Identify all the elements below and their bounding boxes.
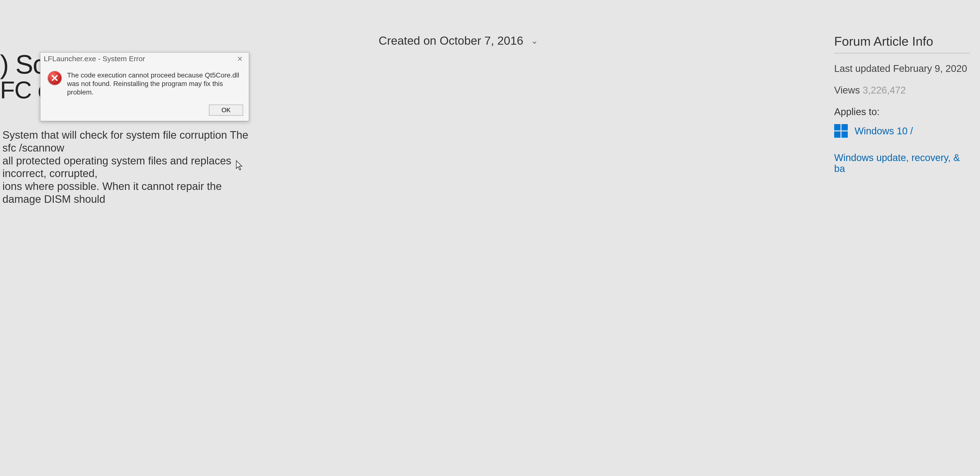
created-on-row[interactable]: Created on October 7, 2016 ⌄: [0, 34, 966, 48]
last-updated-value: February 9, 2020: [893, 63, 967, 74]
sidebar-info: Forum Article Info Last updated February…: [834, 34, 970, 174]
body-line: ions where possible. When it cannot repa…: [2, 180, 258, 206]
body-line: System that will check for system file c…: [2, 129, 258, 154]
dialog-content: The code execution cannot proceed becaus…: [40, 65, 249, 102]
applies-to-label: Applies to:: [834, 106, 970, 117]
views-label: Views: [834, 85, 860, 95]
system-error-dialog: LFLauncher.exe - System Error The code e…: [40, 52, 249, 121]
views-row: Views 3,226,472: [834, 85, 970, 96]
dialog-button-row: OK: [40, 102, 249, 121]
sidebar-heading: Forum Article Info: [834, 34, 970, 54]
close-button[interactable]: [234, 54, 245, 63]
windows-logo-icon: [834, 124, 848, 138]
created-on-label: Created on October 7, 2016: [379, 34, 523, 47]
close-icon: [237, 56, 242, 61]
windows-update-link[interactable]: Windows update, recovery, & ba: [834, 152, 960, 174]
applies-windows-row[interactable]: Windows 10 /: [834, 124, 970, 138]
last-updated-label: Last updated: [834, 63, 890, 74]
article-body-fragment: System that will check for system file c…: [2, 129, 258, 206]
windows-link[interactable]: Windows 10 /: [854, 125, 913, 136]
error-icon: [48, 71, 62, 85]
views-value: 3,226,472: [862, 85, 906, 95]
ok-button[interactable]: OK: [209, 105, 243, 116]
dialog-message: The code execution cannot proceed becaus…: [67, 71, 242, 97]
body-line: all protected operating system files and…: [2, 154, 258, 180]
dialog-title: LFLauncher.exe - System Error: [44, 55, 145, 63]
chevron-down-icon: ⌄: [531, 36, 538, 46]
last-updated-row: Last updated February 9, 2020: [834, 63, 970, 74]
dialog-titlebar[interactable]: LFLauncher.exe - System Error: [40, 52, 249, 65]
